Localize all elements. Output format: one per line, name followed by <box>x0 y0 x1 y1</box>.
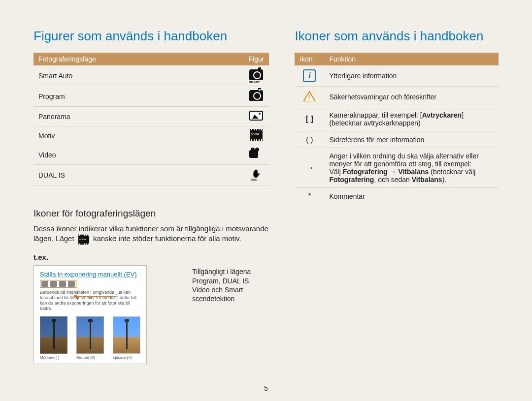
thumb-image <box>76 316 104 354</box>
smart-auto-icon: SMART <box>249 69 263 80</box>
icons-th-function: Funktion <box>324 53 499 65</box>
function-desc: Sidreferens för mer information <box>324 131 499 148</box>
mode-label: Video <box>33 145 243 165</box>
callout-mode-icons <box>40 280 76 288</box>
mode-mini-icon <box>68 281 75 287</box>
thumb-caption: Neutral (0) <box>76 355 104 360</box>
callout-title: Ställa in exponering manuellt (EV) <box>40 271 140 278</box>
example-callout: Ställa in exponering manuellt (EV) Beroe… <box>33 265 147 364</box>
scene-icon-inline <box>77 234 90 244</box>
callout-leader-line <box>76 296 117 297</box>
video-icon <box>249 149 263 159</box>
panorama-icon <box>249 111 263 121</box>
example-label: t.ex. <box>33 253 269 261</box>
figures-th-figure: Figur <box>243 53 269 65</box>
mode-label: Motiv <box>33 126 243 145</box>
function-desc: Säkerhetsvarningar och föreskrifter <box>324 87 499 107</box>
mode-label: Program <box>33 86 243 107</box>
function-desc: Kommentar <box>324 188 499 205</box>
thumb: Mörkare (-) <box>40 316 67 360</box>
table-row: i Ytterligare information <box>295 65 499 87</box>
paren-icon: ( ) <box>306 135 313 144</box>
thumb: Ljusare (+) <box>113 316 140 360</box>
mode-mini-icon <box>59 281 66 287</box>
table-row: Panorama <box>33 107 269 126</box>
table-row: Smart Auto SMART <box>33 65 269 86</box>
table-row: * Kommentar <box>295 188 499 205</box>
callout-desc: Beroende på intensiteten i omgivande lju… <box>40 290 140 311</box>
icons-heading: Ikoner som används i handboken <box>295 29 499 44</box>
mode-label: Panorama <box>33 107 243 126</box>
star-icon: * <box>308 192 311 200</box>
info-icon: i <box>303 69 316 82</box>
table-row: DUAL IS <box>33 165 269 185</box>
body-text: kanske inte stöder funktionerna för alla… <box>93 234 241 243</box>
table-row: Säkerhetsvarningar och föreskrifter <box>295 87 499 107</box>
mode-label: DUAL IS <box>33 165 243 185</box>
figures-th-mode: Fotograferingsläge <box>33 53 243 65</box>
thumb-caption: Ljusare (+) <box>113 355 140 360</box>
icons-table: Ikon Funktion i Ytterligare information … <box>295 53 499 205</box>
figures-heading: Figurer som används i handboken <box>33 29 269 44</box>
warning-icon <box>303 91 316 101</box>
program-icon <box>249 90 263 101</box>
function-desc: Ytterligare information <box>324 65 499 87</box>
icons-th-icon: Ikon <box>295 53 324 65</box>
thumb: Neutral (0) <box>76 316 104 360</box>
scene-icon <box>250 130 263 139</box>
bracket-icon: [ ] <box>306 115 313 123</box>
callout-thumbs: Mörkare (-) Neutral (0) Ljusare (+) <box>40 316 140 360</box>
thumb-image <box>113 316 140 354</box>
mode-icons-subheading: Ikoner för fotograferingslägen <box>33 208 269 219</box>
mode-mini-icon <box>41 281 48 287</box>
page-number: 5 <box>264 384 268 392</box>
table-row: [ ] Kameraknappar, till exempel: [Avtryc… <box>295 107 499 131</box>
function-desc: Anger i vilken ordning du ska välja alte… <box>324 148 499 188</box>
dual-is-icon <box>249 169 263 180</box>
table-row: Video <box>33 145 269 165</box>
callout-note: Tillgängligt i lägena Program, DUAL IS, … <box>192 265 269 303</box>
table-row: Motiv <box>33 126 269 145</box>
mode-icons-body: Dessa ikoner indikerar vilka funktioner … <box>33 224 269 244</box>
thumb-caption: Mörkare (-) <box>40 355 67 360</box>
right-column: Ikoner som används i handboken Ikon Funk… <box>295 29 499 364</box>
mode-mini-icon <box>50 281 57 287</box>
thumb-image <box>40 316 67 354</box>
arrow-icon: → <box>305 163 314 173</box>
table-row: → Anger i vilken ordning du ska välja al… <box>295 148 499 188</box>
table-row: ( ) Sidreferens för mer information <box>295 131 499 148</box>
table-row: Program <box>33 86 269 107</box>
figures-table: Fotograferingsläge Figur Smart Auto SMAR… <box>33 53 269 185</box>
function-desc: Kameraknappar, till exempel: [Avtryckare… <box>324 107 499 131</box>
left-column: Figurer som används i handboken Fotograf… <box>33 29 269 364</box>
mode-label: Smart Auto <box>33 65 243 86</box>
